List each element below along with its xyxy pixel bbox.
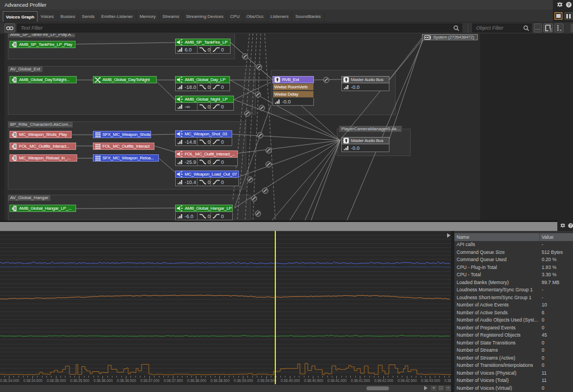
svg-text:S: S <box>549 27 552 32</box>
svg-text:?: ? <box>569 224 571 228</box>
svg-text:?: ? <box>567 2 570 7</box>
